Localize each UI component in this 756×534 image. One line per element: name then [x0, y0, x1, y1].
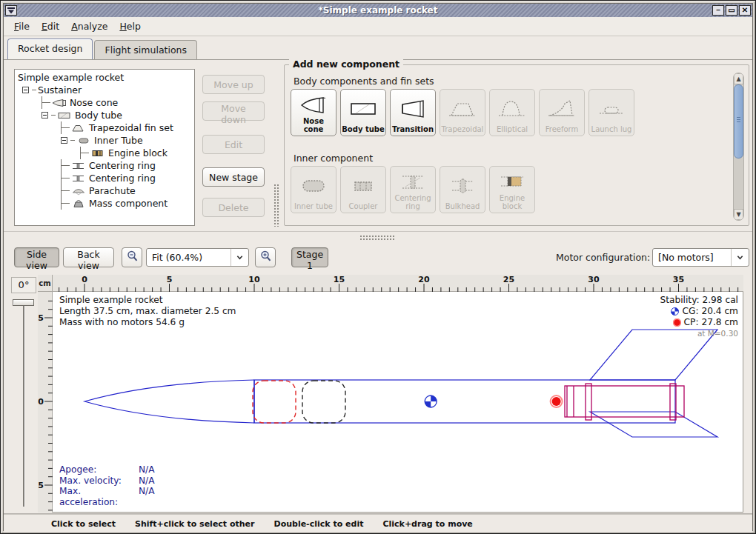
motor-configuration-select[interactable]: [No motors] — [652, 248, 749, 267]
status-bar: Click to selectShift+click to select oth… — [4, 514, 752, 533]
add-launch-lug-button[interactable]: Launch lug — [588, 89, 634, 136]
add-freeform-button[interactable]: Freeform — [539, 89, 585, 136]
cp-value-line: CP: 27.8 cm — [660, 317, 738, 328]
component-button-label: Inner tube — [294, 203, 333, 211]
tab-flight-simulations[interactable]: Flight simulations — [94, 40, 197, 59]
move-up-button[interactable]: Move up — [202, 75, 265, 94]
splitter-grip-icon — [359, 235, 395, 240]
maximize-button[interactable]: ▭ — [726, 5, 737, 16]
title-bar[interactable]: *Simple example rocket – ▭ ✕ — [4, 4, 752, 17]
status-hint: Double-click to edit — [274, 519, 364, 529]
side-view-toggle[interactable]: Side view — [14, 247, 59, 267]
collapse-icon[interactable] — [61, 137, 67, 144]
body-components-label: Body components and fin sets — [294, 76, 434, 87]
collapse-icon[interactable] — [22, 87, 29, 93]
tree-item-centering-ring[interactable]: Centering ring — [16, 172, 194, 184]
horizontal-splitter[interactable] — [4, 231, 752, 242]
add-trapezoidal-button[interactable]: Trapezoidal — [440, 89, 485, 136]
svg-text:15: 15 — [334, 275, 345, 284]
component-button-label: Centering ring — [391, 195, 434, 210]
tab-rocket-design[interactable]: Rocket design — [7, 39, 93, 59]
component-panel-scrollbar[interactable]: ▲ ▼ — [733, 73, 744, 221]
svg-text:20: 20 — [418, 275, 430, 284]
scroll-down-icon[interactable]: ▼ — [734, 209, 743, 220]
rocket-canvas[interactable]: Simple example rocket Length 37.5 cm, ma… — [53, 292, 743, 513]
rotation-angle-readout: 0° — [11, 277, 36, 293]
tree-item-label: Body tube — [75, 110, 122, 121]
tree-connector — [61, 184, 71, 197]
cp-legend-icon — [673, 318, 681, 327]
vertical-splitter-handle[interactable] — [273, 184, 279, 227]
menu-edit[interactable]: Edit — [36, 18, 65, 35]
centering-ring-front — [586, 384, 591, 420]
tree-item-sustainer[interactable]: Sustainer — [16, 84, 194, 96]
tree-item-centering-ring[interactable]: Centering ring — [16, 159, 194, 172]
svg-text:10: 10 — [248, 275, 260, 284]
status-hint: Shift+click to select other — [135, 519, 255, 529]
window-title: *Simple example rocket — [4, 4, 752, 17]
add-nose-cone-button[interactable]: Nose cone — [291, 89, 336, 136]
new-stage-button[interactable]: New stage — [202, 167, 265, 187]
collapse-icon[interactable] — [42, 112, 48, 119]
nosecone-icon — [52, 99, 67, 107]
stage-1-toggle[interactable]: Stage 1 — [291, 247, 328, 267]
menu-help[interactable]: Help — [113, 18, 147, 35]
centeringring-icon — [71, 161, 86, 170]
tree-item-body-tube[interactable]: Body tube — [16, 109, 194, 121]
add-centering-ring-button[interactable]: Centering ring — [390, 166, 436, 213]
menu-analyze[interactable]: Analyze — [65, 18, 113, 35]
tree-item-trapezoidal-fin-set[interactable]: Trapezoidal fin set — [16, 121, 194, 134]
flight-row: Max. acceleration:N/A — [59, 486, 155, 507]
zoom-out-button[interactable] — [122, 247, 142, 267]
tree-item-inner-tube[interactable]: Inner Tube — [16, 134, 194, 147]
status-hint: Click to select — [51, 519, 116, 529]
system-menu-icon[interactable] — [5, 5, 17, 16]
flight-value: N/A — [139, 475, 155, 487]
component-tree[interactable]: Simple example rocketSustainerNose coneB… — [14, 69, 195, 226]
tree-item-nose-cone[interactable]: Nose cone — [16, 96, 194, 109]
magnifier-minus-icon — [127, 250, 139, 262]
add-transition-button[interactable]: Transition — [390, 89, 436, 136]
add-inner-tube-button[interactable]: Inner tube — [291, 166, 336, 213]
delete-button[interactable]: Delete — [202, 198, 265, 217]
scrollbar-thumb[interactable] — [734, 84, 743, 158]
centering-ring-icon — [391, 169, 434, 195]
edit-button[interactable]: Edit — [202, 135, 265, 154]
scroll-up-icon[interactable]: ▲ — [734, 73, 743, 84]
tree-item-engine-block[interactable]: Engine block — [16, 147, 194, 159]
rotation-slider[interactable] — [11, 298, 36, 510]
cp-marker — [551, 396, 563, 407]
add-bulkhead-button[interactable]: Bulkhead — [440, 166, 485, 213]
fin-icon — [71, 124, 86, 133]
zoom-select[interactable]: Fit (60.4%) — [146, 248, 249, 267]
add-elliptical-button[interactable]: Elliptical — [489, 89, 535, 136]
tree-item-simple-example-rocket[interactable]: Simple example rocket — [16, 71, 194, 84]
move-down-button[interactable]: Move down — [202, 101, 265, 121]
rocket-design-panel: Simple example rocketSustainerNose coneB… — [4, 59, 752, 530]
tree-connector — [61, 121, 71, 134]
component-button-label: Elliptical — [497, 126, 528, 134]
tree-item-parachute[interactable]: Parachute — [16, 184, 194, 197]
close-button[interactable]: ✕ — [739, 5, 751, 16]
rocket-name: Simple example rocket — [59, 295, 236, 306]
tree-item-mass-component[interactable]: Mass component — [16, 197, 194, 210]
tree-connector — [61, 172, 71, 184]
add-engine-block-button[interactable]: Engine block — [489, 166, 535, 213]
window-menu-glyph — [7, 7, 15, 14]
rocket-info-block: Simple example rocket Length 37.5 cm, ma… — [59, 295, 236, 328]
inner-component-label: Inner component — [294, 153, 373, 164]
menu-file[interactable]: File — [8, 18, 36, 35]
back-view-toggle[interactable]: Back view — [63, 247, 114, 267]
flight-value: N/A — [139, 486, 155, 507]
svg-text:-5: -5 — [38, 313, 44, 323]
zoom-in-button[interactable] — [255, 247, 276, 267]
add-coupler-button[interactable]: Coupler — [340, 166, 386, 213]
vertical-ruler: -505 — [38, 292, 53, 513]
scrollbar-track[interactable] — [734, 158, 743, 209]
component-button-label: Launch lug — [591, 126, 632, 134]
minimize-button[interactable]: – — [712, 5, 724, 16]
rotation-slider-handle[interactable] — [13, 299, 34, 306]
rocket-figure-area: 0° cm 05101520253035 -505 — [4, 273, 752, 514]
add-body-tube-button[interactable]: Body tube — [340, 89, 386, 136]
tree-item-label: Simple example rocket — [18, 72, 124, 83]
